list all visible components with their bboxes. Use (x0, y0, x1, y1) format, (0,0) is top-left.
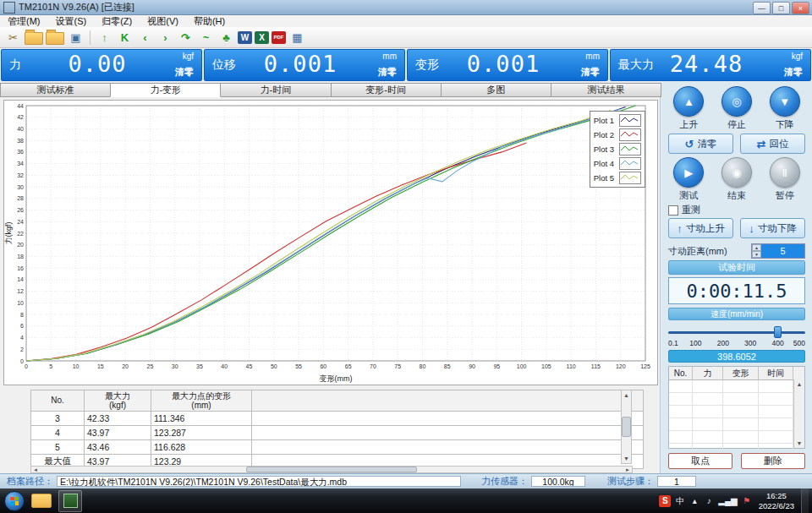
volume-icon[interactable]: ♪ (704, 496, 714, 505)
point-table-row[interactable] (669, 431, 804, 444)
scroll-right-icon[interactable]: ► (623, 467, 632, 472)
point-table-header-cell[interactable]: 变形 (723, 367, 759, 379)
start-button[interactable] (4, 491, 25, 511)
scroll-down-icon[interactable]: ▼ (623, 454, 629, 463)
end-button[interactable]: ◉ (721, 157, 752, 188)
scroll-up-icon[interactable]: ▲ (623, 390, 629, 400)
point-table-cell (759, 380, 793, 392)
results-table: No.最大力(kgf)最大力点的变形(mm)342.33111.346443.9… (30, 390, 644, 469)
maximize-button[interactable]: □ (772, 2, 790, 14)
point-table-row[interactable] (669, 393, 804, 406)
table-cell: 43.46 (85, 440, 151, 455)
tab-multi-plot[interactable]: 多图 (441, 83, 551, 97)
clear-zero-button[interactable]: ↺ 清零 (668, 134, 733, 154)
tab-force-time[interactable]: 力-时间 (220, 83, 331, 97)
test-button[interactable]: ▶ (673, 157, 704, 188)
results-header-row: No.最大力(kgf)最大力点的变形(mm) (31, 390, 644, 412)
readout-clear-button[interactable]: 清零 (175, 66, 194, 79)
tools-icon[interactable]: ✂ (4, 30, 22, 46)
readout-clear-button[interactable]: 清零 (378, 66, 397, 79)
point-table-row[interactable] (669, 418, 804, 431)
excel-export-icon[interactable]: X (255, 31, 269, 44)
leaf-icon[interactable]: ♣ (217, 30, 235, 46)
delete-button[interactable]: 删除 (741, 453, 805, 469)
down-button[interactable]: ▼ (770, 86, 800, 117)
jog-up-button[interactable]: ↑ 寸动上升 (668, 218, 733, 238)
slider-handle[interactable] (774, 326, 782, 338)
legend-swatch (619, 114, 641, 127)
point-table-header-cell[interactable]: No. (669, 367, 693, 379)
return-home-button[interactable]: ⇄ 回位 (740, 134, 805, 154)
hidden-icons-icon[interactable]: ▴ (689, 496, 700, 505)
jog-down-button[interactable]: ↓ 寸动下降 (740, 218, 805, 238)
flag-icon[interactable]: ⚑ (742, 496, 752, 505)
table-row[interactable]: 342.33111.346 (31, 412, 644, 426)
point-table-row[interactable] (669, 380, 804, 393)
slider-tick-label: 500 (793, 339, 805, 347)
point-table-row[interactable] (669, 406, 804, 418)
scroll-down-icon[interactable]: ▼ (797, 439, 803, 448)
jog-distance-input[interactable]: 5 (761, 244, 804, 258)
tab-test-results[interactable]: 测试结果 (551, 83, 661, 97)
minimize-button[interactable]: — (753, 2, 771, 14)
curve-arrow-icon[interactable]: ↷ (177, 30, 195, 46)
spin-up-icon[interactable]: ▲ (752, 244, 761, 251)
point-table-scrollbar[interactable]: ▲ ▼ (793, 379, 804, 448)
open-file-icon[interactable] (25, 32, 43, 45)
take-point-button[interactable]: 取点 (668, 453, 732, 469)
test-time-label: 试验时间 (668, 260, 805, 275)
svg-text:95: 95 (493, 363, 500, 369)
results-scrollbar[interactable]: ▲ ▼ (621, 390, 632, 464)
show-desktop-button[interactable] (801, 488, 809, 513)
menu-item-view[interactable]: 视图(V) (140, 15, 186, 28)
export-report-icon[interactable] (46, 32, 64, 45)
speed-slider[interactable] (668, 326, 805, 338)
readout-clear-button[interactable]: 清零 (581, 66, 600, 79)
hscroll-thumb[interactable] (246, 467, 417, 472)
scroll-thumb[interactable] (622, 417, 631, 437)
sensor-value: 100.0kg (531, 476, 585, 487)
next-curve-icon[interactable]: › (156, 30, 174, 46)
point-table-header-cell[interactable]: 力 (693, 367, 723, 379)
explorer-icon[interactable] (31, 494, 52, 508)
keyboard-icon[interactable]: K (116, 30, 134, 46)
readout-clear-button[interactable]: 清零 (784, 66, 803, 79)
tm2101n-app-icon[interactable] (58, 490, 82, 512)
close-button[interactable]: × (792, 2, 809, 14)
results-hscrollbar[interactable]: ◄ ► (30, 466, 633, 473)
network-icon[interactable]: ▂▄▆ (718, 496, 737, 505)
legend-item: Plot 2 (594, 128, 641, 142)
point-table-header-cell[interactable]: 时间 (759, 367, 793, 379)
svg-text:90: 90 (469, 363, 475, 369)
tab-test-standard[interactable]: 测试标准 (0, 83, 111, 97)
device-icon[interactable]: ▦ (288, 30, 306, 46)
pdf-export-icon[interactable]: PDF (272, 31, 286, 44)
wave-icon[interactable]: ~ (197, 30, 215, 46)
go-start-icon[interactable]: ↑ (96, 30, 113, 46)
table-cell: 123.287 (151, 426, 252, 440)
copy-icon[interactable]: ▣ (67, 30, 85, 46)
menu-item-zero[interactable]: 归零(Z) (94, 15, 140, 28)
tab-force-deformation[interactable]: 力-变形 (110, 83, 221, 97)
point-table-header: No.力变形时间 (669, 367, 804, 380)
pause-button[interactable]: Ⅱ (770, 157, 800, 188)
tab-deformation-time[interactable]: 变形-时间 (331, 83, 442, 97)
taskbar-clock[interactable]: 16:25 2022/6/23 (759, 491, 794, 511)
up-button[interactable]: ▲ (673, 86, 704, 117)
svg-text:20: 20 (122, 363, 129, 369)
sogou-icon[interactable]: S (659, 495, 671, 507)
scroll-up-icon[interactable]: ▲ (797, 379, 803, 389)
table-row[interactable]: 543.46116.628 (31, 440, 644, 455)
spin-down-icon[interactable]: ▼ (752, 251, 761, 258)
menu-item-settings[interactable]: 设置(S) (48, 15, 95, 28)
prev-curve-icon[interactable]: ‹ (136, 30, 154, 46)
menu-item-help[interactable]: 帮助(H) (186, 15, 233, 28)
word-export-icon[interactable]: W (238, 31, 252, 44)
table-row[interactable]: 443.97123.287 (31, 426, 644, 440)
retest-checkbox[interactable] (668, 205, 678, 216)
table-cell: 42.33 (85, 412, 151, 426)
scroll-left-icon[interactable]: ◄ (31, 467, 40, 472)
menu-item-manage[interactable]: 管理(M) (0, 15, 48, 28)
ime-icon[interactable]: 中 (675, 495, 685, 507)
stop-button[interactable]: ◎ (721, 86, 752, 117)
